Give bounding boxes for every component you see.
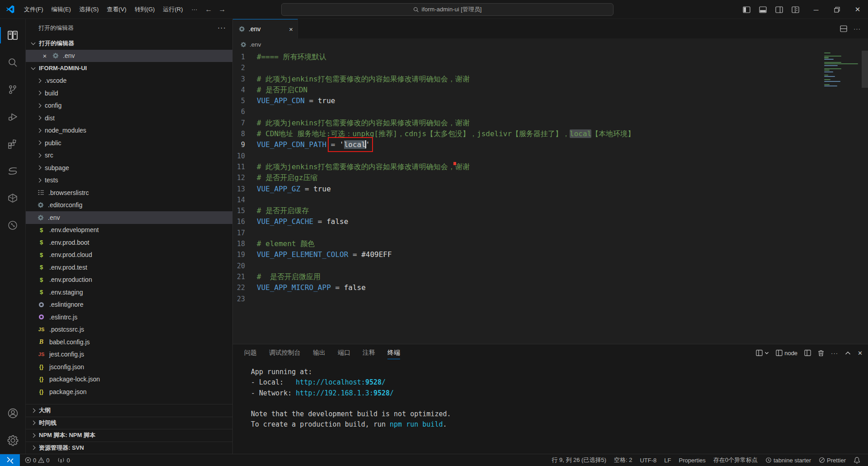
file-.env.production[interactable]: $.env.production: [26, 274, 232, 286]
menu-more[interactable]: ···: [187, 4, 202, 15]
activity-package-extension[interactable]: [0, 185, 26, 212]
editor-scrollbar[interactable]: [862, 51, 868, 88]
file-.browserslistrc[interactable]: .browserslistrc: [26, 186, 232, 199]
toggle-panel-icon[interactable]: [756, 3, 769, 16]
folder-build[interactable]: build: [26, 87, 232, 100]
close-button[interactable]: ✕: [847, 0, 868, 19]
folder-dist[interactable]: dist: [26, 112, 232, 124]
status-cursor-position[interactable]: 行 9, 列 26 (已选择5): [548, 454, 609, 466]
panel-more-actions[interactable]: ···: [831, 350, 838, 357]
nav-back-icon[interactable]: ←: [202, 5, 215, 14]
file-.env.prod.boot[interactable]: $.env.prod.boot: [26, 236, 232, 249]
line-number: 10: [233, 151, 257, 162]
code-editor[interactable]: 1#==== 所有环境默认23# 此项为jenkins打包需要修改的内容如果修改…: [233, 51, 868, 344]
activity-explorer[interactable]: [0, 22, 26, 49]
activity-s-extension[interactable]: [0, 157, 26, 185]
tab-env[interactable]: .env ×: [233, 19, 298, 38]
status-encoding[interactable]: UTF-8: [637, 454, 660, 466]
tab-close-icon[interactable]: ×: [289, 25, 293, 33]
open-editor-env[interactable]: ×.env: [26, 50, 232, 62]
panel-tab-问题[interactable]: 问题: [244, 344, 257, 361]
status-notifications[interactable]: [850, 454, 863, 466]
status-abnormal-punctuation[interactable]: 存在0个异常标点: [710, 454, 761, 466]
section-project-root[interactable]: IFORM-ADMIN-UI: [26, 62, 232, 75]
code-line: 22VUE_APP_MICRO_APP = false: [233, 282, 868, 293]
maximize-panel-button[interactable]: [845, 351, 851, 355]
menu-V[interactable]: 查看(V): [103, 4, 130, 15]
file-.editorconfig[interactable]: .editorconfig: [26, 199, 232, 212]
status-tabnine[interactable]: tabnine starter: [762, 454, 814, 466]
folder-subpage[interactable]: subpage: [26, 162, 232, 174]
activity-search[interactable]: [0, 49, 26, 76]
terminal-line: App running at:: [251, 367, 868, 377]
restore-button[interactable]: [826, 0, 847, 19]
panel-tab-输出[interactable]: 输出: [313, 344, 326, 361]
folder-node_modules[interactable]: node_modules: [26, 124, 232, 137]
section-时间线[interactable]: 时间线: [26, 417, 232, 429]
breadcrumb[interactable]: .env: [233, 38, 868, 51]
folder-public[interactable]: public: [26, 137, 232, 149]
status-remote[interactable]: [0, 454, 20, 466]
file-package-lock.json[interactable]: {}package-lock.json: [26, 373, 232, 386]
file-.env.prod.cloud[interactable]: $.env.prod.cloud: [26, 249, 232, 262]
file-.env.prod.test[interactable]: $.env.prod.test: [26, 261, 232, 274]
file-jest.config.js[interactable]: JSjest.config.js: [26, 348, 232, 361]
folder-config[interactable]: config: [26, 100, 232, 112]
panel-tab-终端[interactable]: 终端: [387, 344, 400, 361]
file-.postcssrc.js[interactable]: JS.postcssrc.js: [26, 323, 232, 336]
panel-tab-端口[interactable]: 端口: [338, 344, 350, 361]
status-problems[interactable]: 00: [22, 454, 52, 466]
editor-more-actions-icon[interactable]: ···: [854, 25, 861, 32]
status-eol[interactable]: LF: [661, 454, 674, 466]
panel-tab-注释[interactable]: 注释: [363, 344, 375, 361]
terminal-output[interactable]: App running at:- Local: http://localhost…: [233, 361, 868, 454]
close-panel-button[interactable]: ✕: [858, 350, 863, 357]
activity-account[interactable]: [0, 399, 26, 427]
file-package.json[interactable]: {}package.json: [26, 385, 232, 398]
terminal-instance-node[interactable]: node: [776, 350, 797, 357]
menu-S[interactable]: 选择(S): [75, 4, 103, 15]
status-language-mode[interactable]: Properties: [676, 454, 709, 466]
split-editor-icon[interactable]: [840, 25, 847, 32]
close-icon[interactable]: ×: [41, 52, 48, 60]
nav-forward-icon[interactable]: →: [215, 5, 229, 14]
panel-tab-调试控制台[interactable]: 调试控制台: [269, 344, 301, 361]
status-indentation[interactable]: 空格: 2: [611, 454, 635, 466]
customize-layout-icon[interactable]: [788, 3, 802, 16]
section-open-editors[interactable]: 打开的编辑器: [26, 37, 232, 50]
activity-settings-gear[interactable]: [0, 427, 26, 454]
section-大纲[interactable]: 大纲: [26, 404, 232, 417]
section-NPM 脚本: NPM 脚本[interactable]: NPM 脚本: NPM 脚本: [26, 429, 232, 442]
command-center-search[interactable]: iform-admin-ui [管理员]: [281, 3, 613, 16]
file-jsconfig.json[interactable]: {}jsconfig.json: [26, 361, 232, 373]
menu-E[interactable]: 编辑(E): [47, 4, 75, 15]
menu-G[interactable]: 转到(G): [131, 4, 159, 15]
folder-.vscode[interactable]: .vscode: [26, 75, 232, 87]
new-terminal-button[interactable]: [756, 350, 769, 356]
status-ports[interactable]: 0: [54, 454, 73, 466]
file-babel.config.js[interactable]: Bbabel.config.js: [26, 336, 232, 348]
file-.eslintignore[interactable]: .eslintignore: [26, 299, 232, 311]
minimize-button[interactable]: ─: [806, 0, 826, 19]
split-terminal-button[interactable]: [804, 350, 811, 356]
toggle-secondary-sidebar-icon[interactable]: [772, 3, 786, 16]
file-.eslintrc.js[interactable]: .eslintrc.js: [26, 311, 232, 323]
folder-tests[interactable]: tests: [26, 174, 232, 187]
folder-src[interactable]: src: [26, 149, 232, 162]
file-.env.development[interactable]: $.env.development: [26, 224, 232, 237]
kill-terminal-button[interactable]: [818, 350, 824, 357]
file-.env[interactable]: .env: [26, 211, 232, 224]
sidebar-more-actions-icon[interactable]: ···: [217, 24, 226, 32]
toggle-sidebar-icon[interactable]: [740, 3, 753, 16]
minimap[interactable]: [824, 52, 861, 89]
file-.env.staging[interactable]: $.env.staging: [26, 286, 232, 299]
status-prettier[interactable]: Prettier: [816, 454, 849, 466]
activity-run-debug[interactable]: [0, 103, 26, 130]
menu-F[interactable]: 文件(F): [20, 4, 47, 15]
activity-extensions[interactable]: [0, 130, 26, 157]
section-资源管理器: SVN[interactable]: 资源管理器: SVN: [26, 442, 232, 454]
chevron-right-icon: [31, 446, 36, 450]
activity-source-control[interactable]: [0, 76, 26, 103]
activity-timeline-extension[interactable]: [0, 212, 26, 239]
menu-R[interactable]: 运行(R): [159, 4, 187, 15]
